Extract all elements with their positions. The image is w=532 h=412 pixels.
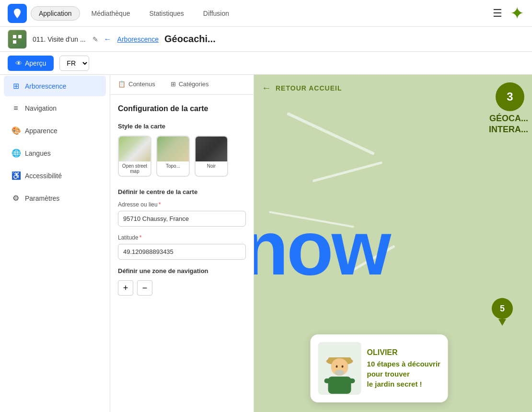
geocache-line1: GÉOCA... [489, 113, 528, 124]
page-title: Géocachi... [164, 34, 216, 45]
map-road-4 [352, 245, 395, 271]
map-style-topo[interactable]: Topo... [156, 136, 190, 177]
svg-rect-0 [13, 35, 16, 38]
eye-icon: 👁 [15, 59, 22, 67]
topo-thumbnail [157, 137, 189, 161]
svg-point-8 [342, 366, 344, 368]
content-panel: 📋 Contenus ⊞ Catégories Configuration de… [110, 75, 254, 412]
app-thumbnail [8, 30, 27, 49]
categories-icon: ⊞ [171, 80, 176, 88]
map-style-noir[interactable]: Noir [195, 136, 228, 177]
preview-area: junow ← RETOUR ACCUEIL 3 GÉOCA... INTERA… [254, 75, 532, 412]
nav-mediatheque-button[interactable]: Médiathèque [84, 7, 138, 20]
main-area: ⊞ Arborescence ≡ Navigation 🎨 Apparence … [0, 75, 532, 412]
tab-contenus-label: Contenus [128, 80, 155, 88]
sidebar-item-parametres[interactable]: ⚙ Paramètres [4, 188, 106, 208]
info-text-content: OLIVIER 10 étapes à découvrirpour trouve… [367, 348, 440, 389]
preview-label: Aperçu [25, 59, 46, 67]
sidebar-item-arborescence[interactable]: ⊞ Arborescence [4, 76, 106, 96]
star-icon: ✦ [510, 3, 524, 23]
latitude-form-group: Latitude * [118, 234, 246, 260]
app-name-label: 011. Visite d'un ... [33, 35, 86, 43]
address-label: Adresse ou lieu * [118, 201, 246, 208]
latitude-required: * [139, 234, 142, 241]
palette-icon: 🎨 [12, 126, 20, 135]
geocache-badge: 3 [496, 82, 524, 111]
geocache-label: GÉOCA... INTERA... [489, 113, 528, 136]
tab-categories[interactable]: ⊞ Catégories [163, 75, 217, 94]
svg-point-7 [336, 366, 338, 368]
map-style-section-title: Style de la carte [118, 123, 246, 130]
content-tabs: 📋 Contenus ⊞ Catégories [110, 75, 254, 95]
svg-rect-12 [346, 378, 355, 383]
info-description: 10 étapes à découvrirpour trouverle jard… [367, 359, 440, 389]
retour-arrow-icon: ← [262, 82, 272, 93]
noir-thumbnail [195, 137, 228, 161]
nav-zone-section-title: Définir une zone de navigation [118, 267, 246, 275]
character-svg [321, 347, 359, 395]
latitude-label: Latitude * [118, 234, 246, 241]
breadcrumb-link[interactable]: Arborescence [117, 35, 159, 43]
map-road-2 [312, 161, 382, 183]
preview-button[interactable]: 👁 Aperçu [8, 56, 54, 71]
hamburger-icon[interactable]: ☰ [493, 7, 502, 20]
svg-rect-1 [18, 35, 22, 38]
retour-label: RETOUR ACCUEIL [276, 84, 342, 92]
config-title: Configuration de la carte [118, 104, 246, 113]
pin-badge-5: 5 [492, 298, 513, 319]
location-pin-5: 5 [492, 298, 513, 326]
osm-label: Open street map [119, 161, 150, 176]
top-navigation: Application Médiathèque Statistiques Dif… [0, 0, 532, 27]
topo-label: Topo... [164, 161, 182, 171]
nav-application-button[interactable]: Application [31, 6, 80, 21]
sidebar-label-accessibilite: Accessibilité [25, 172, 62, 180]
sidebar-label-navigation: Navigation [25, 104, 57, 112]
olivier-name: OLIVIER [367, 348, 440, 357]
sidebar-label-apparence: Apparence [25, 127, 58, 135]
address-input[interactable] [118, 211, 246, 227]
config-panel: Configuration de la carte Style de la ca… [110, 95, 254, 305]
sub-header: 011. Visite d'un ... ✎ ← Arborescence Gé… [0, 27, 532, 52]
toolbar: 👁 Aperçu FR EN [0, 52, 532, 75]
character-avatar [318, 342, 361, 395]
logo-button[interactable] [8, 4, 27, 23]
zoom-in-button[interactable]: + [118, 280, 133, 296]
address-required: * [159, 201, 161, 208]
latitude-input[interactable] [118, 244, 246, 260]
noir-label: Noir [205, 161, 218, 171]
svg-rect-2 [13, 40, 16, 44]
geocache-line2: INTERA... [489, 124, 528, 135]
map-road-1 [287, 112, 375, 155]
sidebar-item-apparence[interactable]: 🎨 Apparence [4, 120, 106, 141]
pin-tail-5 [498, 319, 506, 326]
center-section-title: Définir le centre de la carte [118, 188, 246, 195]
address-form-group: Adresse ou lieu * [118, 201, 246, 227]
map-style-options: Open street map Topo... Noir [118, 136, 246, 177]
accessibility-icon: ♿ [12, 171, 20, 180]
nav-statistiques-button[interactable]: Statistiques [141, 7, 191, 20]
edit-icon[interactable]: ✎ [93, 35, 98, 43]
sidebar-label-arborescence: Arborescence [25, 82, 66, 90]
gear-icon: ⚙ [12, 194, 20, 203]
sidebar-item-langues[interactable]: 🌐 Langues [4, 143, 106, 163]
map-style-osm[interactable]: Open street map [118, 136, 151, 177]
svg-point-9 [335, 370, 345, 376]
zoom-out-button[interactable]: − [137, 280, 152, 296]
sidebar-item-navigation[interactable]: ≡ Navigation [4, 98, 106, 118]
info-card: OLIVIER 10 étapes à découvrirpour trouve… [311, 334, 448, 402]
osm-thumbnail [118, 137, 151, 161]
language-selector[interactable]: FR EN [59, 56, 89, 71]
contenus-icon: 📋 [118, 80, 126, 88]
sidebar-label-langues: Langues [25, 149, 51, 157]
sidebar-item-accessibilite[interactable]: ♿ Accessibilité [4, 165, 106, 186]
pin-number-5: 5 [500, 304, 505, 314]
retour-accueil-button[interactable]: ← RETOUR ACCUEIL [262, 82, 342, 93]
nav-diffusion-button[interactable]: Diffusion [196, 7, 237, 20]
globe-icon: 🌐 [12, 149, 20, 158]
breadcrumb-arrow-icon: ← [104, 35, 112, 44]
map-road-3 [269, 211, 354, 228]
sidebar-label-parametres: Paramètres [25, 195, 59, 202]
tab-categories-label: Catégories [179, 80, 209, 88]
tab-contenus[interactable]: 📋 Contenus [110, 75, 163, 94]
sidebar: ⊞ Arborescence ≡ Navigation 🎨 Apparence … [0, 75, 110, 412]
